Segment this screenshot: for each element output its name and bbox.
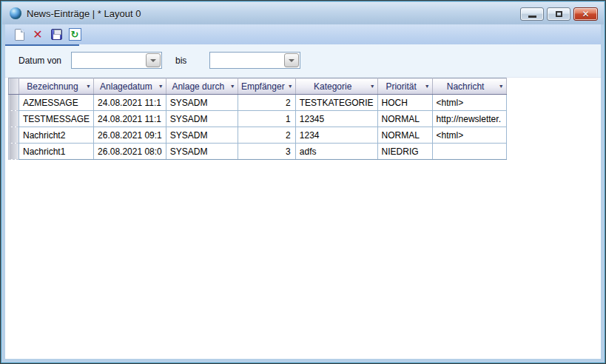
toolbar: ✕ ↻ (5, 24, 601, 44)
cell-priorität[interactable]: HOCH (377, 95, 432, 111)
cell-bezeichnung[interactable]: Nachricht2 (19, 127, 94, 144)
new-entry-button[interactable] (10, 27, 28, 43)
title-bar[interactable]: News-Einträge | * Layout 0 (2, 2, 604, 24)
column-filter-arrow-icon[interactable]: ▼ (158, 84, 164, 89)
cell-bezeichnung[interactable]: Nachricht1 (19, 144, 94, 160)
filter-panel: Datum von bis (5, 44, 601, 78)
new-document-icon (15, 29, 24, 41)
date-to-dropdown-button[interactable] (284, 53, 299, 67)
cell-kategorie[interactable]: TESTKATEGORIE (295, 95, 377, 111)
cell-kategorie[interactable]: 12345 (295, 111, 377, 127)
table-row: Nachricht226.08.2021 09:1SYSADM21234NORM… (9, 127, 507, 144)
row-selector[interactable] (9, 95, 19, 111)
column-header-kategorie[interactable]: Kategorie▼ (295, 78, 377, 95)
date-to-value[interactable] (210, 53, 283, 68)
cell-anlagedatum[interactable]: 24.08.2021 11:1 (94, 111, 166, 127)
application-window: News-Einträge | * Layout 0 ✕ ✕ ↻ Datum v (0, 0, 606, 364)
chevron-down-icon (289, 59, 294, 62)
cell-kategorie[interactable]: adfs (295, 144, 377, 160)
cell-anlage-durch[interactable]: SYSADM (166, 95, 238, 111)
delete-entry-button[interactable]: ✕ (29, 27, 47, 43)
cell-priorität[interactable]: NIEDRIG (377, 144, 432, 160)
column-filter-arrow-icon[interactable]: ▼ (370, 84, 375, 89)
minimize-icon (528, 16, 536, 18)
minimize-button[interactable] (520, 7, 544, 21)
row-selector[interactable] (9, 144, 19, 160)
restore-button[interactable] (547, 7, 570, 21)
column-header-label: Priorität (386, 81, 416, 92)
table-row: AZMESSAGE24.08.2021 11:1SYSADM2TESTKATEG… (9, 95, 507, 111)
column-filter-arrow-icon[interactable]: ▼ (499, 84, 504, 89)
cell-empfänger[interactable]: 2 (238, 127, 295, 144)
active-tab-indicator (5, 44, 79, 46)
column-header-anlagedatum[interactable]: Anlagedatum▼ (94, 78, 166, 95)
delete-x-icon: ✕ (33, 29, 42, 41)
refresh-icon: ↻ (69, 28, 81, 41)
news-grid: Bezeichnung▼Anlagedatum▼Anlage durch▼Emp… (8, 78, 507, 160)
column-filter-arrow-icon[interactable]: ▼ (288, 84, 293, 89)
close-button[interactable]: ✕ (573, 7, 598, 21)
cell-anlagedatum[interactable]: 24.08.2021 11:1 (94, 95, 166, 111)
client-area: ✕ ↻ Datum von bis Bezeichnu (5, 24, 601, 359)
cell-anlagedatum[interactable]: 26.08.2021 08:0 (94, 144, 166, 160)
cell-anlagedatum[interactable]: 26.08.2021 09:1 (94, 127, 166, 144)
restore-icon (556, 11, 562, 17)
cell-anlage-durch[interactable]: SYSADM (166, 127, 238, 144)
window-controls: ✕ (520, 7, 598, 21)
app-globe-icon (10, 7, 21, 19)
refresh-button[interactable]: ↻ (66, 27, 84, 43)
window-title: News-Einträge | * Layout 0 (27, 8, 141, 19)
table-row: TESTMESSAGE24.08.2021 11:1SYSADM112345NO… (9, 111, 507, 127)
cell-priorität[interactable]: NORMAL (377, 111, 432, 127)
column-header-label: Anlage durch (172, 81, 224, 92)
column-header-label: Kategorie (314, 81, 351, 92)
chevron-down-icon (150, 59, 156, 62)
cell-kategorie[interactable]: 1234 (295, 127, 377, 144)
column-filter-arrow-icon[interactable]: ▼ (230, 84, 235, 89)
cell-nachricht[interactable]: http://newsletter. (432, 111, 506, 127)
grid-corner-cell[interactable] (9, 78, 19, 95)
cell-anlage-durch[interactable]: SYSADM (166, 144, 238, 160)
cell-priorität[interactable]: NORMAL (377, 127, 432, 144)
date-from-label: Datum von (18, 55, 61, 66)
column-header-nachricht[interactable]: Nachricht▼ (432, 78, 506, 95)
column-header-label: Bezeichnung (27, 81, 78, 92)
cell-nachricht[interactable]: <html> (432, 127, 506, 144)
column-header-bezeichnung[interactable]: Bezeichnung▼ (19, 78, 94, 95)
column-filter-arrow-icon[interactable]: ▼ (425, 84, 430, 89)
cell-empfänger[interactable]: 3 (238, 144, 295, 160)
table-row: Nachricht126.08.2021 08:0SYSADM3adfsNIED… (9, 144, 507, 160)
column-header-priorität[interactable]: Priorität▼ (377, 78, 432, 95)
cell-nachricht[interactable]: <html> (432, 95, 506, 111)
date-to-field[interactable] (209, 52, 300, 69)
date-to-label: bis (175, 55, 186, 66)
cell-empfänger[interactable]: 2 (238, 95, 295, 111)
column-header-empfänger[interactable]: Empfänger▼ (238, 78, 295, 95)
cell-anlage-durch[interactable]: SYSADM (166, 111, 238, 127)
column-header-label: Empfänger (241, 81, 285, 92)
date-from-field[interactable] (71, 52, 162, 69)
cell-empfänger[interactable]: 1 (238, 111, 295, 127)
cell-bezeichnung[interactable]: AZMESSAGE (19, 95, 94, 111)
cell-bezeichnung[interactable]: TESTMESSAGE (19, 111, 94, 127)
column-header-label: Anlagedatum (100, 81, 152, 92)
news-grid-container: Bezeichnung▼Anlagedatum▼Anlage durch▼Emp… (8, 78, 601, 160)
column-header-anlage-durch[interactable]: Anlage durch▼ (166, 78, 238, 95)
column-header-label: Nachricht (447, 81, 485, 92)
column-filter-arrow-icon[interactable]: ▼ (86, 84, 91, 89)
date-from-value[interactable] (72, 53, 145, 68)
save-button[interactable] (47, 27, 65, 43)
cell-nachricht[interactable] (432, 144, 506, 160)
date-from-dropdown-button[interactable] (146, 53, 161, 67)
save-floppy-icon (51, 29, 62, 40)
close-icon: ✕ (582, 9, 589, 19)
row-selector[interactable] (9, 127, 19, 144)
row-selector[interactable] (9, 111, 19, 127)
